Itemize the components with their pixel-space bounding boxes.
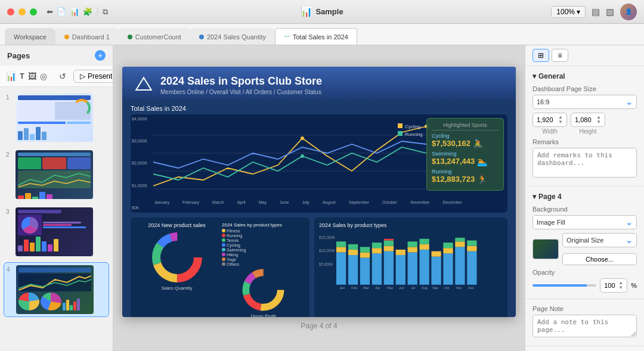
maximize-button[interactable] bbox=[30, 8, 37, 15]
opacity-down-icon[interactable]: ▼ bbox=[618, 285, 623, 290]
zoom-control[interactable]: 100% ▾ bbox=[551, 6, 586, 18]
svg-rect-25 bbox=[336, 252, 346, 284]
page-num-2: 2 bbox=[6, 150, 12, 158]
running-icon: 🏃 bbox=[477, 175, 487, 184]
tab-sales-qty[interactable]: 2024 Sales Quantity bbox=[190, 28, 275, 45]
svg-rect-51 bbox=[443, 253, 453, 285]
canvas-title: 2024 Sales in Sports Club Store bbox=[160, 75, 322, 88]
tab-workspace[interactable]: Workspace bbox=[5, 28, 55, 45]
bg-image-thumb[interactable] bbox=[532, 239, 559, 259]
page-item-4[interactable]: 4 bbox=[4, 262, 109, 317]
copy-icon[interactable]: ⧉ bbox=[103, 7, 108, 17]
canvas-header: 2024 Sales in Sports Club Store Members … bbox=[122, 67, 516, 100]
opacity-field[interactable]: 100 ▲ ▼ bbox=[600, 278, 627, 293]
bottom-charts: 2024 New product sales bbox=[131, 218, 507, 317]
svg-rect-34 bbox=[372, 253, 382, 285]
component-icon[interactable]: 🧩 bbox=[83, 7, 92, 17]
ratio-select[interactable]: 16:9 ⌄ bbox=[532, 95, 637, 109]
panel-data-icon[interactable]: ≡ bbox=[552, 49, 568, 62]
img-size-select[interactable]: Original Size ⌄ bbox=[562, 233, 637, 247]
tab-dashboard1-dot bbox=[64, 35, 69, 39]
insert-text-icon[interactable]: T bbox=[20, 69, 24, 84]
canvas-toolbar: 📊 T 🖼 ◎ ↺ ▷ Present ⊞ ≡ bbox=[0, 66, 113, 87]
month-sep: September bbox=[349, 200, 369, 204]
canvas-logo-icon bbox=[134, 76, 153, 95]
tab-dashboard1-label: Dashboard 1 bbox=[72, 33, 110, 41]
month-feb: February bbox=[182, 200, 199, 204]
height-down-icon[interactable]: ▼ bbox=[596, 120, 601, 125]
panel-toggle-icon[interactable]: ▧ bbox=[606, 7, 614, 17]
svg-text:Feb: Feb bbox=[351, 286, 357, 290]
hl-swimming: Swimming $13,247,443 🏊 bbox=[432, 151, 499, 166]
add-page-button[interactable]: + bbox=[95, 50, 106, 61]
titlebar: ⬅ 📄 📊 🧩 ⧉ 📊 Sample 100% ▾ ▤ ▧ 👤 bbox=[0, 0, 644, 24]
month-jun: June bbox=[280, 200, 289, 204]
page-size-label: Dashboard Page Size bbox=[532, 85, 637, 92]
month-mar: March bbox=[212, 200, 224, 204]
month-apr: April bbox=[237, 200, 246, 204]
sidebar-toggle-icon[interactable]: ▤ bbox=[592, 7, 600, 17]
insert-image-icon[interactable]: 🖼 bbox=[28, 69, 36, 84]
tab-workspace-label: Workspace bbox=[14, 33, 47, 41]
img-size-value: Original Size bbox=[566, 237, 603, 244]
pages-sidebar: Pages + 📊 T 🖼 ◎ ↺ ▷ Present ⊞ ≡ 1 bbox=[0, 45, 113, 351]
svg-point-7 bbox=[301, 154, 304, 158]
svg-rect-50 bbox=[431, 251, 441, 256]
pages-icon[interactable]: 📄 bbox=[57, 7, 66, 17]
page-item-3[interactable]: 3 bbox=[4, 205, 109, 259]
svg-rect-48 bbox=[419, 238, 429, 244]
minimize-button[interactable] bbox=[18, 8, 26, 15]
width-stepper[interactable]: ▲ ▼ bbox=[558, 115, 563, 125]
user-avatar[interactable]: 👤 bbox=[620, 4, 637, 20]
choose-image-button[interactable]: Choose... bbox=[562, 253, 637, 265]
page4-section: ▾ Page 4 Background Image Fill ⌄ Origina… bbox=[525, 187, 644, 299]
donut1-label: Sales Quantity bbox=[135, 285, 218, 291]
present-icon: ▷ bbox=[80, 72, 85, 80]
close-button[interactable] bbox=[7, 8, 14, 15]
svg-rect-36 bbox=[372, 243, 382, 248]
height-field[interactable]: 1,080 ▲ ▼ bbox=[571, 113, 605, 127]
svg-rect-47 bbox=[419, 244, 429, 249]
page-item-2[interactable]: 2 bbox=[4, 148, 109, 201]
nav-back-icon[interactable]: ⬅ bbox=[47, 7, 53, 17]
page-note-textarea[interactable] bbox=[532, 315, 637, 337]
svg-text:Apr: Apr bbox=[375, 286, 380, 290]
remarks-textarea[interactable] bbox=[532, 148, 637, 178]
svg-rect-42 bbox=[396, 249, 405, 254]
donut1-title: 2024 New product sales bbox=[135, 222, 218, 228]
bg-label: Background bbox=[532, 206, 637, 213]
bar-chart-svg: $15,000K $10,000K $5,000K bbox=[319, 231, 503, 290]
width-field[interactable]: 1,920 ▲ ▼ bbox=[532, 113, 567, 127]
sidebar-header: Pages + bbox=[0, 45, 113, 66]
hl-cycling-val: $7,530,162 🚴 bbox=[432, 139, 499, 148]
canvas-subtitle: Members Online / Overall Visit / All Ord… bbox=[160, 89, 322, 95]
traffic-lights bbox=[7, 8, 37, 15]
svg-point-21 bbox=[246, 272, 280, 307]
bg-type-select[interactable]: Image Fill ⌄ bbox=[532, 215, 637, 229]
chart-add-icon[interactable]: 📊 bbox=[70, 7, 79, 17]
insert-shape-icon[interactable]: ◎ bbox=[40, 69, 47, 84]
page-item-1[interactable]: 1 bbox=[4, 91, 109, 144]
dimensions-row: 1,920 ▲ ▼ Width 1,080 ▲ ▼ bbox=[532, 113, 637, 135]
tab-customercount[interactable]: CustomerCount bbox=[119, 28, 190, 45]
width-down-icon[interactable]: ▼ bbox=[558, 120, 563, 125]
height-stepper[interactable]: ▲ ▼ bbox=[596, 115, 601, 125]
tab-sales-qty-dot bbox=[199, 35, 204, 39]
svg-rect-45 bbox=[408, 241, 417, 247]
insert-chart-icon[interactable]: 📊 bbox=[6, 69, 16, 84]
refresh-icon[interactable]: ↺ bbox=[59, 69, 66, 84]
present-button[interactable]: ▷ Present bbox=[73, 70, 119, 83]
svg-rect-55 bbox=[455, 241, 465, 247]
tab-dashboard1[interactable]: Dashboard 1 bbox=[55, 28, 119, 45]
line-chart-area[interactable]: $4,000K $3,000K $2,000K $1,000K $0K bbox=[131, 114, 507, 213]
opacity-stepper[interactable]: ▲ ▼ bbox=[618, 281, 623, 290]
tab-total-sales[interactable]: 〰 Total Sales in 2024 bbox=[275, 28, 357, 45]
hl-cycling-sport: Cycling bbox=[432, 133, 499, 139]
svg-text:$10,000K: $10,000K bbox=[319, 249, 336, 253]
thumb-content-3 bbox=[16, 207, 93, 256]
panel-icons: ⊞ ≡ bbox=[525, 45, 644, 66]
month-aug: August bbox=[323, 200, 336, 204]
general-title-text: General bbox=[538, 72, 565, 80]
opacity-slider[interactable] bbox=[532, 284, 596, 287]
panel-general-icon[interactable]: ⊞ bbox=[532, 49, 549, 62]
